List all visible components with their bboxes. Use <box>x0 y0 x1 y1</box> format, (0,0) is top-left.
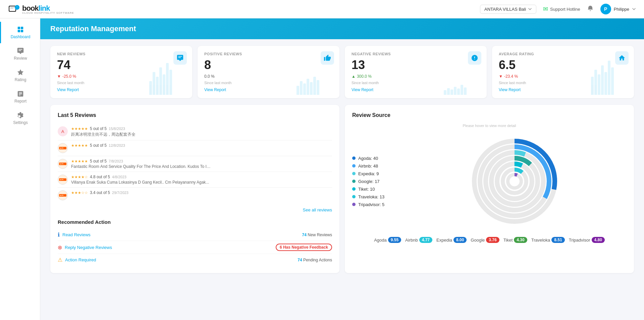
logo-sub: CLOUD HOSPITALITY SOFTWARE <box>22 11 74 14</box>
rating-chip-google: Google 3.76 <box>471 237 499 243</box>
info-circle-icon: ℹ <box>58 232 60 238</box>
svg-text:agoda: agoda <box>59 163 64 165</box>
action-required-link[interactable]: Action Required <box>65 257 96 262</box>
last-reviews-title: Last 5 Reviews <box>58 112 332 118</box>
svg-rect-7 <box>18 30 20 32</box>
new-reviews-bg-chart <box>149 49 172 95</box>
error-circle-icon: ⊗ <box>58 244 62 251</box>
svg-rect-6 <box>21 27 23 29</box>
support-label: Support Hotline <box>550 7 580 12</box>
rating-chip-tiket: Tiket 4.30 <box>503 237 527 243</box>
sidebar-dashboard-label: Dashboard <box>11 35 31 39</box>
action-required-badge: 74 Pending Actions <box>298 258 332 262</box>
reply-negative-link[interactable]: Reply Negative Reviews <box>65 245 112 250</box>
sidebar: Dashboard Review Rating Report Settings <box>0 18 40 280</box>
sidebar-report-label: Report <box>14 99 26 104</box>
expedia-dot <box>352 172 356 175</box>
donut-svg <box>464 131 565 232</box>
sidebar-item-rating[interactable]: Rating <box>0 65 40 86</box>
user-menu[interactable]: P Philippe <box>600 4 636 14</box>
legend-item-agoda: Agoda: 40 <box>352 156 396 161</box>
stat-card-positive-reviews: POSITIVE REVIEWS 8 0.0 % Since last mont… <box>198 46 339 98</box>
property-selector[interactable]: ANTARA VILLAS Bali <box>480 5 536 14</box>
tripadvisor-score: 4.80 <box>592 237 605 243</box>
arrow-down-icon: ▼ <box>57 74 61 79</box>
svg-rect-5 <box>18 27 20 29</box>
sidebar-item-dashboard[interactable]: Dashboard <box>0 22 40 43</box>
review-info: ★★★★☆ 4.8 out of 5 4/8/2023 Villanya Ena… <box>71 175 332 185</box>
sidebar-item-settings[interactable]: Settings <box>0 108 40 129</box>
reviews-list: A ★★★★★ 5 out of 5 15/8/2023 距离冰明澄主街不远，周… <box>58 124 332 203</box>
airbnb-label: Airbnb: 48 <box>358 164 378 169</box>
read-reviews-badge: 74 New Reviews <box>302 233 332 237</box>
stars-icon: ★★★☆☆ <box>71 191 88 195</box>
review-score: 5 out of 5 <box>90 143 107 148</box>
expedia-platform: Expedia <box>436 238 452 243</box>
agoda-logo-icon: agoda <box>59 178 66 181</box>
negative-reviews-icon <box>468 51 481 65</box>
property-name: ANTARA VILLAS Bali <box>484 7 526 12</box>
rec-item-reply: ⊗ Reply Negative Reviews 6 Has Negative … <box>58 241 332 254</box>
source-hint: Please hover to view more detail <box>352 124 627 128</box>
review-score: 5 out of 5 <box>90 126 107 131</box>
review-info: ★★★★★ 5 out of 5 15/8/2023 距离冰明澄主街不远，周边配… <box>71 126 332 137</box>
traveloka-label: Traveloka: 13 <box>358 194 384 199</box>
airbnb-dot <box>352 164 356 168</box>
tiket-score: 4.30 <box>514 237 527 243</box>
tripadvisor-dot <box>352 203 356 206</box>
review-text: 距离冰明澄主街不远，周边配套齐全 <box>71 132 212 137</box>
tripadvisor-platform: Tripadvisor <box>569 238 590 243</box>
traveloka-platform: Traveloka <box>531 238 550 243</box>
recommended-actions: Recommended Action ℹ Read Reviews 74 New… <box>58 219 332 266</box>
svg-text:agoda: agoda <box>59 147 64 149</box>
source-legend: Agoda: 40 Airbnb: 48 Expedia: 9 Goo <box>352 156 396 207</box>
review-info: ★★★☆☆ 3.4 out of 5 29/7/2023 <box>71 190 332 195</box>
review-avatar: agoda <box>58 159 68 169</box>
agoda-dot <box>352 156 356 160</box>
stat-card-negative-reviews: NEGATIVE REVIEWS 13 ▲ 300.0 % Since last… <box>345 46 487 98</box>
review-avatar: agoda <box>58 190 68 200</box>
support-hotline[interactable]: ✉ Support Hotline <box>543 5 580 13</box>
see-all-reviews-link[interactable]: See all reviews <box>303 207 332 212</box>
review-avatar: agoda <box>58 143 68 153</box>
donut-chart <box>402 131 627 232</box>
sidebar-rating-label: Rating <box>15 77 26 82</box>
traveloka-dot <box>352 195 356 198</box>
average-rating-icon <box>615 51 629 65</box>
whatsapp-icon: ✉ <box>543 5 548 13</box>
review-date: 29/7/2023 <box>112 191 128 195</box>
user-name: Philippe <box>614 7 629 12</box>
svg-text:agoda: agoda <box>59 194 64 196</box>
sidebar-item-review[interactable]: Review <box>0 43 40 65</box>
see-all: See all reviews <box>58 207 332 212</box>
google-score: 3.76 <box>486 237 499 243</box>
review-text: Fantastic Room And Service Quality For T… <box>71 164 212 169</box>
rating-chip-airbnb: Airbnb 4.77 <box>405 237 432 243</box>
left-panel: Last 5 Reviews A ★★★★★ 5 out of 5 15/8/2… <box>50 105 339 273</box>
review-score: 5 out of 5 <box>90 159 107 164</box>
notifications-bell[interactable] <box>587 5 594 13</box>
legend-item-airbnb: Airbnb: 48 <box>352 164 396 169</box>
stat-card-new-reviews: NEW REVIEWS 74 ▼ -25.0 % Since last mont… <box>50 46 192 98</box>
review-source-title: Review Source <box>352 112 627 118</box>
review-date: 15/8/2023 <box>109 127 125 131</box>
read-reviews-link[interactable]: Read Reviews <box>62 232 91 237</box>
review-source-panel: Review Source Please hover to view more … <box>345 105 634 273</box>
tiket-platform: Tiket <box>503 238 513 243</box>
positive-reviews-bg-chart <box>297 49 319 95</box>
review-item: A ★★★★★ 5 out of 5 15/8/2023 距离冰明澄主街不远，周… <box>58 124 332 140</box>
agoda-label: Agoda: 40 <box>358 156 378 161</box>
rec-item-action: ⚠ Action Required 74 Pending Actions <box>58 254 332 266</box>
google-dot <box>352 180 356 183</box>
average-rating-bg-chart <box>591 49 614 95</box>
review-meta: ★★★★★ 5 out of 5 7/8/2023 <box>71 159 332 164</box>
new-reviews-icon <box>173 51 187 65</box>
svg-text:agoda: agoda <box>59 179 64 180</box>
stats-row: NEW REVIEWS 74 ▼ -25.0 % Since last mont… <box>50 46 634 98</box>
review-text: Villanya Enak Suka Cuma Lokasinya D Gang… <box>71 180 212 185</box>
logo-icon <box>8 3 20 15</box>
sidebar-item-report[interactable]: Report <box>0 86 40 108</box>
review-avatar: agoda <box>58 175 68 185</box>
arrow-up-icon: ▲ <box>352 74 356 79</box>
review-score: 3.4 out of 5 <box>90 190 110 195</box>
